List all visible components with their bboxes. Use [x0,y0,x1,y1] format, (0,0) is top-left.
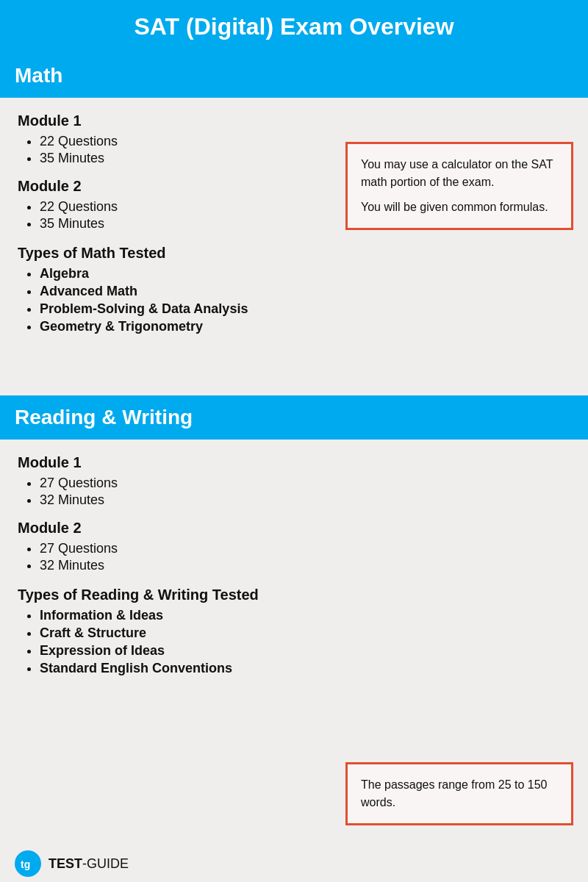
list-item: Advanced Math [40,284,570,299]
math-section-content: Module 1 22 Questions 35 Minutes Module … [0,98,588,395]
list-item: Problem-Solving & Data Analysis [40,301,570,317]
list-item: 32 Minutes [40,492,570,508]
reading-module2-title: Module 2 [18,520,570,537]
math-info-line2: You will be given common formulas. [361,198,558,216]
list-item: Expression of Ideas [40,643,570,659]
list-item: Craft & Structure [40,625,570,641]
list-item: 32 Minutes [40,558,570,573]
list-item: Information & Ideas [40,608,570,623]
logo-text: TEST-GUIDE [49,856,129,872]
svg-text:tg: tg [21,858,30,870]
page-title: SAT (Digital) Exam Overview [0,0,588,54]
brand-regular: -GUIDE [82,856,129,871]
reading-section-header: Reading & Writing [0,395,588,440]
list-item: 27 Questions [40,541,570,556]
math-types-list: Algebra Advanced Math Problem-Solving & … [18,266,570,334]
list-item: Standard English Conventions [40,661,570,676]
math-section-header: Math [0,54,588,98]
brand-bold: TEST [49,856,82,871]
reading-types-title: Types of Reading & Writing Tested [18,587,570,603]
list-item: Algebra [40,266,570,282]
list-item: 27 Questions [40,476,570,491]
reading-section-content: Module 1 27 Questions 32 Minutes Module … [0,440,588,840]
footer: tg TEST-GUIDE [0,840,588,882]
reading-info-line1: The passages range from 25 to 150 words. [361,776,558,811]
reading-info-box: The passages range from 25 to 150 words. [345,762,573,825]
reading-module1-list: 27 Questions 32 Minutes [18,476,570,508]
logo-svg: tg [19,855,37,872]
reading-section: Reading & Writing Module 1 27 Questions … [0,395,588,840]
math-info-box: You may use a calculator on the SAT math… [345,142,573,230]
reading-types-list: Information & Ideas Craft & Structure Ex… [18,608,570,676]
reading-module2-list: 27 Questions 32 Minutes [18,541,570,573]
math-section: Math Module 1 22 Questions 35 Minutes Mo… [0,54,588,395]
math-module1-title: Module 1 [18,112,570,129]
list-item: Geometry & Trigonometry [40,319,570,334]
reading-module1-title: Module 1 [18,454,570,471]
math-spacer [18,337,570,381]
logo-icon: tg [15,850,41,877]
math-info-line1: You may use a calculator on the SAT math… [361,156,558,191]
math-types-title: Types of Math Tested [18,245,570,262]
